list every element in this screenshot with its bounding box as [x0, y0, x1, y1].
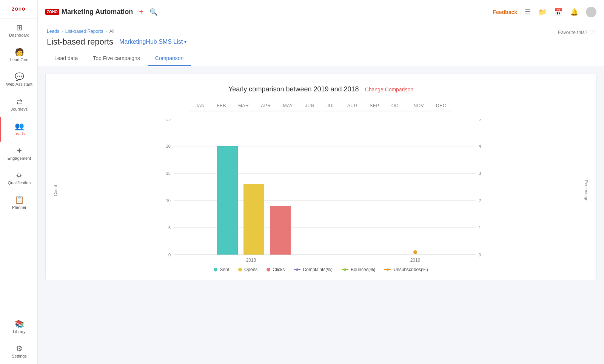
feedback-button[interactable]: Feedback: [493, 9, 517, 15]
app-logo: ZOHO: [0, 0, 37, 19]
sidebar-label-web-assistant: Web Assistant: [6, 82, 32, 87]
folder-icon[interactable]: 📁: [538, 8, 547, 16]
legend-complaints-line: [294, 269, 300, 270]
svg-text:20: 20: [166, 144, 171, 148]
month-jun[interactable]: JUN: [299, 101, 320, 111]
topbar: ZOHO Marketing Automation + 🔍 Feedback ☰…: [38, 0, 604, 24]
sidebar: ZOHO ⊞ Dashboard 🧑 Lead Gen 💬 Web Assist…: [0, 0, 38, 364]
topbar-left: ZOHO Marketing Automation + 🔍: [45, 8, 158, 16]
sidebar-item-planner[interactable]: 📋 Planner: [0, 191, 37, 215]
month-jul[interactable]: JUL: [320, 101, 341, 111]
favorite-section: Favorite this? ♡: [558, 29, 595, 36]
change-comparison-button[interactable]: Change Comparison: [365, 86, 413, 93]
chart-title-row: Yearly comparison between 2019 and 2018 …: [53, 85, 589, 93]
zoho-logo-text: ZOHO: [12, 7, 26, 11]
favorite-heart-icon[interactable]: ♡: [590, 29, 595, 36]
svg-text:5: 5: [479, 119, 481, 121]
dashboard-icon: ⊞: [16, 24, 23, 31]
library-icon: 📚: [15, 320, 24, 328]
journeys-icon: ⇄: [16, 98, 23, 105]
svg-text:5: 5: [168, 225, 171, 230]
notification-icon[interactable]: 🔔: [570, 8, 578, 16]
sidebar-label-lead-gen: Lead Gen: [10, 57, 28, 62]
sidebar-label-leads: Leads: [14, 131, 25, 136]
sidebar-item-leads[interactable]: 👥 Leads: [0, 117, 37, 142]
sidebar-label-settings: Settings: [12, 354, 27, 359]
search-icon[interactable]: 🔍: [149, 8, 158, 16]
legend-bounces-label: Bounces(%): [351, 267, 375, 272]
page-header: Leads › List-based Reports › All List-ba…: [38, 24, 604, 66]
breadcrumb-list-reports[interactable]: List-based Reports: [65, 29, 103, 34]
sidebar-item-journeys[interactable]: ⇄ Journeys: [0, 93, 37, 117]
sidebar-item-dashboard[interactable]: ⊞ Dashboard: [0, 19, 37, 43]
sidebar-item-qualification[interactable]: ⛭ Qualification: [0, 166, 37, 191]
zoho-badge: ZOHO: [45, 9, 59, 15]
main-area: ZOHO Marketing Automation + 🔍 Feedback ☰…: [38, 0, 604, 364]
chart-legend: Sent Opens Clicks Complaints(%): [53, 267, 589, 272]
content-area: Yearly comparison between 2019 and 2018 …: [38, 66, 604, 364]
user-avatar[interactable]: [586, 7, 596, 17]
sidebar-item-library[interactable]: 📚 Library: [8, 315, 30, 339]
tabs-bar: Lead data Top Five campaigns Comparison: [47, 51, 595, 66]
legend-opens-label: Opens: [244, 267, 257, 272]
svg-text:3: 3: [479, 171, 481, 176]
web-assistant-icon: 💬: [15, 73, 24, 80]
bar-clicks-2018: [270, 206, 291, 255]
legend-clicks-dot: [267, 268, 270, 271]
lead-gen-icon: 🧑: [15, 48, 24, 56]
bar-chart-svg: 0 5 10 15 20 25 0 1 2 3 4 5: [59, 119, 582, 262]
sidebar-label-dashboard: Dashboard: [9, 33, 29, 38]
month-jan[interactable]: JAN: [190, 101, 211, 111]
month-dec[interactable]: DEC: [430, 101, 452, 111]
sidebar-label-planner: Planner: [12, 205, 26, 210]
svg-text:2018: 2018: [246, 258, 256, 262]
month-may[interactable]: MAY: [277, 101, 299, 111]
month-aug[interactable]: AUG: [341, 101, 364, 111]
breadcrumb: Leads › List-based Reports › All: [47, 29, 595, 34]
breadcrumb-leads[interactable]: Leads: [47, 29, 59, 34]
tab-lead-data[interactable]: Lead data: [47, 51, 85, 66]
svg-text:25: 25: [166, 119, 171, 121]
y-axis-right-label: Percentage: [584, 180, 589, 201]
bar-sent-2018: [217, 146, 238, 255]
tab-top-five[interactable]: Top Five campaigns: [85, 51, 148, 66]
month-sep[interactable]: SEP: [364, 101, 385, 111]
legend-bounces: Bounces(%): [342, 267, 375, 272]
svg-text:15: 15: [166, 171, 171, 176]
qualification-icon: ⛭: [15, 171, 23, 179]
calendar-icon[interactable]: 📅: [554, 8, 562, 16]
month-oct[interactable]: OCT: [385, 101, 408, 111]
legend-clicks-label: Clicks: [273, 267, 285, 272]
legend-clicks: Clicks: [267, 267, 285, 272]
svg-text:0: 0: [168, 253, 171, 257]
page-title-row: List-based reports MarketingHub SMS List…: [47, 37, 595, 47]
legend-opens: Opens: [238, 267, 257, 272]
sidebar-item-web-assistant[interactable]: 💬 Web Assistant: [0, 68, 37, 92]
breadcrumb-sep-2: ›: [105, 29, 107, 34]
legend-sent: Sent: [214, 267, 229, 272]
sidebar-item-lead-gen[interactable]: 🧑 Lead Gen: [0, 43, 37, 68]
chart-container: Yearly comparison between 2019 and 2018 …: [45, 74, 596, 280]
add-icon[interactable]: +: [139, 8, 143, 16]
sidebar-label-qualification: Qualification: [8, 180, 31, 185]
leads-icon: 👥: [15, 122, 24, 130]
tab-comparison[interactable]: Comparison: [148, 51, 191, 66]
legend-complaints-label: Complaints(%): [303, 267, 333, 272]
legend-opens-dot: [238, 268, 242, 271]
month-mar[interactable]: MAR: [232, 101, 255, 111]
month-nov[interactable]: NOV: [408, 101, 430, 111]
sidebar-label-library: Library: [13, 329, 26, 334]
list-selector-dropdown[interactable]: MarketingHub SMS List ▾: [119, 39, 186, 45]
sidebar-label-engagement: Engagement: [8, 156, 31, 161]
list-view-icon[interactable]: ☰: [525, 8, 531, 16]
dot-unsubscribes-2019: [413, 250, 417, 254]
svg-text:10: 10: [166, 198, 171, 203]
month-apr[interactable]: APR: [255, 101, 277, 111]
favorite-label: Favorite this?: [558, 29, 587, 35]
engagement-icon: ✦: [16, 147, 23, 154]
month-feb[interactable]: FEB: [211, 101, 232, 111]
sidebar-item-engagement[interactable]: ✦ Engagement: [0, 142, 37, 166]
sidebar-label-journeys: Journeys: [11, 107, 28, 112]
sidebar-item-settings[interactable]: ⚙ Settings: [8, 339, 30, 364]
chart-title: Yearly comparison between 2019 and 2018: [228, 85, 359, 93]
